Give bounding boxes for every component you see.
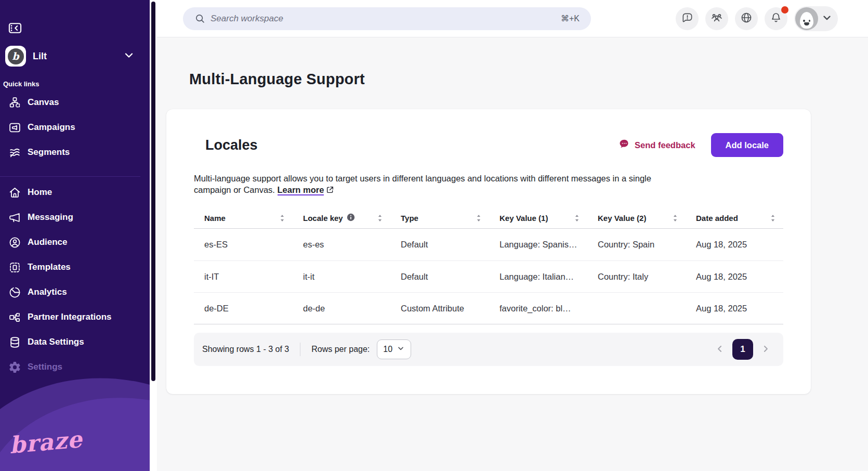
sidebar-item-settings[interactable]: Settings [0,355,150,380]
workspace-search: ⌘+K [183,7,591,30]
sidebar-item-messaging[interactable]: Messaging [0,205,150,230]
footer-divider [300,343,300,356]
column-header-date-added[interactable]: Date added [686,214,783,223]
screen: b Lilt Quick links Canvas [0,0,868,471]
sidebar-item-label: Templates [28,262,71,272]
sidebar-item-analytics[interactable]: Analytics [0,280,150,305]
sort-icon[interactable] [476,214,482,223]
send-feedback-label: Send feedback [635,140,695,150]
sidebar-item-label: Settings [28,362,62,372]
analytics-icon [8,285,21,299]
alert-bubble-icon [681,12,693,25]
search-shortcut-hint: ⌘+K [561,14,580,23]
collapse-panel-icon [8,29,22,37]
learn-more-link[interactable]: Learn more [278,185,324,195]
locales-table: Name Locale key Type [194,208,783,366]
gear-icon [8,360,21,374]
sort-icon[interactable] [377,214,383,223]
send-feedback-button[interactable]: Send feedback [619,138,695,152]
search-icon [194,13,205,24]
alerts-button[interactable] [676,7,699,30]
cell-locale-key: it-it [293,272,390,282]
topbar: ⌘+K [157,0,868,37]
table-row: de-DE de-de Custom Attribute favorite_co… [194,292,783,324]
megaphone-icon [8,211,21,224]
main-area: ⌘+K [157,0,868,471]
column-header-type[interactable]: Type [390,214,489,223]
sidebar-item-label: Canvas [28,97,59,108]
people-icon [711,11,723,25]
sidebar-item-home[interactable]: Home [0,180,150,205]
teams-button[interactable] [705,7,728,30]
topbar-icons [676,6,838,31]
sidebar-item-campaigns[interactable]: Campaigns [0,115,150,140]
sidebar-item-label: Audience [28,237,68,247]
chevron-down-icon [821,12,833,25]
table-body: es-ES es-es Default Language: Spanis… Co… [194,229,783,324]
rows-per-page-label: Rows per page: [311,345,370,354]
feedback-bubble-icon [619,138,630,152]
chevron-down-icon[interactable] [123,49,135,63]
bell-icon [770,11,782,25]
cell-date-added: Aug 18, 2025 [686,272,783,282]
notifications-button[interactable] [765,7,787,30]
description-text: Multi-language support allows you to tar… [194,174,651,194]
sort-icon[interactable] [279,214,285,223]
sidebar-resize-handle[interactable] [151,2,155,381]
language-button[interactable] [735,7,758,30]
avatar [795,7,818,30]
card-title: Locales [205,137,258,153]
sidebar-item-label: Messaging [28,212,73,223]
sidebar-item-data-settings[interactable]: Data Settings [0,330,150,355]
sidebar-item-label: Campaigns [28,122,75,133]
table-footer: Showing rows 1 - 3 of 3 Rows per page: 1… [194,333,783,366]
cell-date-added: Aug 18, 2025 [686,240,783,250]
campaigns-icon [8,121,21,134]
user-menu-button[interactable] [794,6,838,31]
segments-icon [8,146,21,159]
cell-name: it-IT [194,272,293,282]
add-locale-button[interactable]: Add locale [711,133,783,157]
sidebar-item-partner-integrations[interactable]: Partner Integrations [0,305,150,330]
cell-name: es-ES [194,240,293,250]
sort-icon[interactable] [574,214,580,223]
cell-locale-key: es-es [293,240,390,250]
chevron-right-icon [760,344,771,356]
canvas-icon [8,96,21,109]
workspace-switcher[interactable]: b Lilt [5,46,144,67]
external-link-icon [326,186,334,195]
locales-card: Locales Send feedback Add locale [166,109,811,394]
table-header-row: Name Locale key Type [194,208,783,229]
audience-icon [8,236,21,249]
sidebar-item-audience[interactable]: Audience [0,230,150,255]
quick-links-label: Quick links [3,80,150,88]
column-header-key-value-2[interactable]: Key Value (2) [587,214,686,223]
rows-per-page-select[interactable]: 10 [377,339,411,359]
cell-key-value-1: Language: Spanis… [489,240,587,250]
cell-key-value-1: Language: Italian… [489,272,587,282]
chevron-down-icon [397,344,405,355]
column-header-name[interactable]: Name [194,214,293,223]
integrations-icon [8,310,21,324]
sidebar-item-segments[interactable]: Segments [0,140,150,165]
next-page-button[interactable] [760,344,771,356]
cell-name: de-DE [194,304,293,313]
sort-icon[interactable] [672,214,678,223]
search-input[interactable] [211,14,561,24]
sidebar-resize-track [150,0,157,471]
sidebar-item-templates[interactable]: Templates [0,255,150,280]
sidebar-item-canvas[interactable]: Canvas [0,90,150,115]
previous-page-button[interactable] [715,344,725,356]
info-icon[interactable] [347,213,355,223]
page-title: Multi-Language Support [189,71,868,88]
sort-icon[interactable] [770,214,776,223]
column-header-locale-key[interactable]: Locale key [293,213,390,223]
cell-type: Custom Attribute [390,304,489,313]
sidebar-item-label: Home [28,187,52,198]
column-header-key-value-1[interactable]: Key Value (1) [489,214,587,223]
cell-locale-key: de-de [293,304,390,313]
sidebar-collapse-button[interactable] [7,21,23,36]
card-description: Multi-language support allows you to tar… [194,173,671,197]
page-number-button[interactable]: 1 [732,339,753,360]
notification-dot [781,6,788,14]
